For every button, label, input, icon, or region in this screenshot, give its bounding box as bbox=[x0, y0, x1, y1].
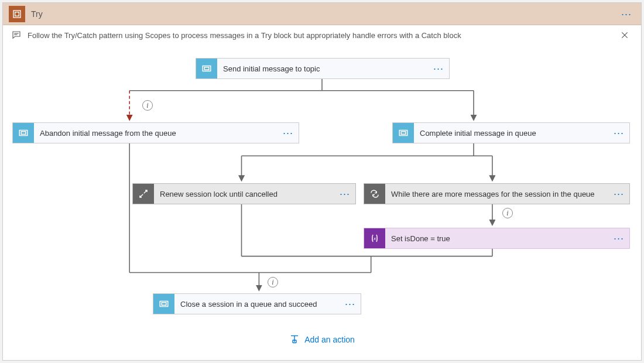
workflow-canvas: i i i Send initial message to topic ··· … bbox=[3, 45, 641, 360]
action-label: Complete initial message in queue bbox=[414, 123, 608, 143]
scope-description: Follow the Try/Catch pattern using Scope… bbox=[28, 31, 616, 40]
svg-rect-1 bbox=[15, 12, 19, 16]
card-menu-button[interactable]: ··· bbox=[428, 59, 449, 78]
card-menu-button[interactable]: ··· bbox=[334, 184, 355, 204]
action-while-more-messages[interactable]: While there are more messages for the se… bbox=[364, 183, 630, 204]
add-action-label: Add an action bbox=[304, 335, 355, 344]
scope-icon bbox=[9, 6, 25, 22]
svg-rect-22 bbox=[203, 66, 211, 71]
svg-rect-25 bbox=[21, 132, 26, 135]
action-label: Renew session lock until cancelled bbox=[154, 184, 334, 204]
try-scope-container: Try ··· Follow the Try/Catch pattern usi… bbox=[2, 2, 642, 361]
action-label: Send initial message to topic bbox=[217, 59, 428, 78]
action-close-session[interactable]: Close a session in a queue and succeed ·… bbox=[153, 293, 361, 314]
scope-description-row: Follow the Try/Catch pattern using Scope… bbox=[3, 25, 641, 45]
svg-rect-23 bbox=[204, 67, 209, 70]
scope-header[interactable]: Try ··· bbox=[3, 3, 641, 25]
svg-rect-26 bbox=[399, 131, 407, 136]
loop-icon bbox=[364, 184, 385, 204]
scope-title: Try bbox=[31, 9, 618, 19]
svg-text:x: x bbox=[373, 236, 376, 241]
svg-rect-30 bbox=[162, 303, 166, 306]
comment-icon bbox=[11, 30, 22, 40]
svg-rect-24 bbox=[19, 131, 28, 136]
info-icon[interactable]: i bbox=[142, 100, 153, 111]
servicebus-icon bbox=[393, 123, 414, 143]
card-menu-button[interactable]: ··· bbox=[608, 123, 629, 143]
info-icon[interactable]: i bbox=[268, 277, 278, 287]
action-label: Set isDone = true bbox=[385, 228, 608, 248]
action-renew-session-lock[interactable]: Renew session lock until cancelled ··· bbox=[132, 183, 356, 204]
action-abandon-initial-message[interactable]: Abandon initial message from the queue ·… bbox=[12, 122, 299, 143]
card-menu-button[interactable]: ··· bbox=[608, 184, 629, 204]
action-label: Close a session in a queue and succeed bbox=[174, 294, 340, 314]
action-label: Abandon initial message from the queue bbox=[34, 123, 278, 143]
loop-icon bbox=[133, 184, 154, 204]
action-send-initial-message[interactable]: Send initial message to topic ··· bbox=[196, 58, 450, 79]
svg-rect-29 bbox=[160, 302, 168, 307]
add-action-icon bbox=[289, 333, 300, 345]
servicebus-icon bbox=[13, 123, 34, 143]
close-description-button[interactable] bbox=[616, 27, 633, 43]
servicebus-icon bbox=[153, 294, 174, 314]
svg-rect-0 bbox=[13, 11, 20, 18]
card-menu-button[interactable]: ··· bbox=[608, 228, 629, 248]
card-menu-button[interactable]: ··· bbox=[340, 294, 361, 314]
card-menu-button[interactable]: ··· bbox=[278, 123, 299, 143]
scope-menu-button[interactable]: ··· bbox=[618, 11, 635, 17]
action-set-isdone-true[interactable]: x Set isDone = true ··· bbox=[364, 228, 630, 249]
svg-rect-27 bbox=[401, 132, 406, 135]
add-action-button[interactable]: Add an action bbox=[3, 333, 641, 345]
action-label: While there are more messages for the se… bbox=[385, 184, 608, 204]
variable-icon: x bbox=[364, 228, 385, 248]
info-icon[interactable]: i bbox=[502, 208, 513, 218]
servicebus-icon bbox=[196, 59, 217, 78]
action-complete-initial-message[interactable]: Complete initial message in queue ··· bbox=[392, 122, 630, 143]
